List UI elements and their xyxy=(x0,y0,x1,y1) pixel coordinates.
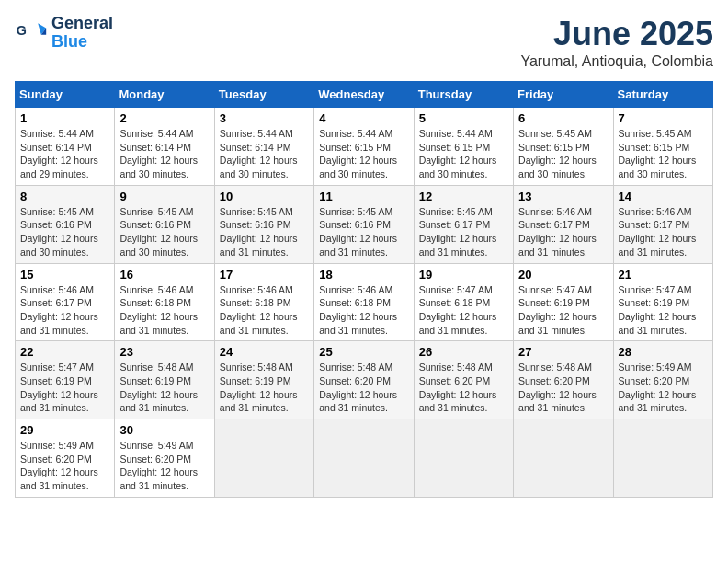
day-number: 2 xyxy=(119,111,209,125)
calendar-header-row: SundayMondayTuesdayWednesdayThursdayFrid… xyxy=(16,82,713,108)
calendar-week-row: 1 Sunrise: 5:44 AMSunset: 6:14 PMDayligh… xyxy=(16,108,713,186)
day-header-tuesday: Tuesday xyxy=(214,82,313,108)
day-number: 8 xyxy=(20,190,109,203)
page-header: G General Blue June 2025 Yarumal, Antioq… xyxy=(15,15,713,70)
day-info: Sunrise: 5:46 AMSunset: 6:17 PMDaylight:… xyxy=(20,284,98,336)
day-number: 29 xyxy=(20,423,109,437)
calendar-cell xyxy=(314,419,414,498)
day-number: 1 xyxy=(20,111,109,125)
calendar-cell: 18 Sunrise: 5:46 AMSunset: 6:18 PMDaylig… xyxy=(314,263,414,341)
day-info: Sunrise: 5:44 AMSunset: 6:15 PMDaylight:… xyxy=(319,128,397,179)
logo: G General Blue xyxy=(15,15,113,52)
day-info: Sunrise: 5:44 AMSunset: 6:14 PMDaylight:… xyxy=(119,128,198,179)
calendar-cell: 11 Sunrise: 5:45 AMSunset: 6:16 PMDaylig… xyxy=(314,185,414,263)
day-header-thursday: Thursday xyxy=(414,82,513,108)
calendar-cell: 25 Sunrise: 5:48 AMSunset: 6:20 PMDaylig… xyxy=(314,341,414,419)
day-info: Sunrise: 5:46 AMSunset: 6:18 PMDaylight:… xyxy=(119,284,198,336)
calendar-cell: 10 Sunrise: 5:45 AMSunset: 6:16 PMDaylig… xyxy=(214,185,313,263)
day-info: Sunrise: 5:45 AMSunset: 6:16 PMDaylight:… xyxy=(119,206,198,258)
day-number: 30 xyxy=(119,423,209,437)
day-number: 25 xyxy=(319,345,408,359)
day-number: 9 xyxy=(119,190,209,203)
calendar-cell: 26 Sunrise: 5:48 AMSunset: 6:20 PMDaylig… xyxy=(414,341,513,419)
calendar-cell: 17 Sunrise: 5:46 AMSunset: 6:18 PMDaylig… xyxy=(214,263,313,341)
calendar-week-row: 29 Sunrise: 5:49 AMSunset: 6:20 PMDaylig… xyxy=(16,419,713,498)
day-info: Sunrise: 5:44 AMSunset: 6:15 PMDaylight:… xyxy=(419,128,497,179)
day-number: 16 xyxy=(119,268,209,282)
day-header-monday: Monday xyxy=(115,82,214,108)
day-number: 21 xyxy=(619,268,708,282)
day-number: 28 xyxy=(619,345,708,359)
day-info: Sunrise: 5:45 AMSunset: 6:15 PMDaylight:… xyxy=(518,128,597,179)
day-number: 27 xyxy=(518,345,608,359)
day-info: Sunrise: 5:47 AMSunset: 6:19 PMDaylight:… xyxy=(20,362,98,413)
calendar-cell: 6 Sunrise: 5:45 AMSunset: 6:15 PMDayligh… xyxy=(514,108,613,186)
calendar-cell: 16 Sunrise: 5:46 AMSunset: 6:18 PMDaylig… xyxy=(115,263,214,341)
day-header-saturday: Saturday xyxy=(613,82,712,108)
day-number: 7 xyxy=(619,111,708,125)
calendar-cell: 22 Sunrise: 5:47 AMSunset: 6:19 PMDaylig… xyxy=(16,341,115,419)
calendar-cell xyxy=(414,419,513,498)
day-number: 17 xyxy=(220,268,309,282)
logo-text: General Blue xyxy=(51,15,113,52)
calendar-cell: 4 Sunrise: 5:44 AMSunset: 6:15 PMDayligh… xyxy=(314,108,414,186)
title-area: June 2025 Yarumal, Antioquia, Colombia xyxy=(520,15,713,70)
calendar-cell: 5 Sunrise: 5:44 AMSunset: 6:15 PMDayligh… xyxy=(414,108,513,186)
day-header-wednesday: Wednesday xyxy=(314,82,414,108)
calendar-cell: 13 Sunrise: 5:46 AMSunset: 6:17 PMDaylig… xyxy=(514,185,613,263)
day-info: Sunrise: 5:46 AMSunset: 6:17 PMDaylight:… xyxy=(619,206,697,258)
calendar-cell: 3 Sunrise: 5:44 AMSunset: 6:14 PMDayligh… xyxy=(214,108,313,186)
day-number: 18 xyxy=(319,268,408,282)
logo-line1: General xyxy=(51,15,113,33)
day-info: Sunrise: 5:47 AMSunset: 6:19 PMDaylight:… xyxy=(619,284,697,336)
calendar-cell xyxy=(214,419,313,498)
calendar-cell xyxy=(514,419,613,498)
day-info: Sunrise: 5:45 AMSunset: 6:16 PMDaylight:… xyxy=(319,206,397,258)
location: Yarumal, Antioquia, Colombia xyxy=(520,53,713,70)
day-info: Sunrise: 5:45 AMSunset: 6:15 PMDaylight:… xyxy=(619,128,697,179)
day-info: Sunrise: 5:46 AMSunset: 6:18 PMDaylight:… xyxy=(319,284,397,336)
day-number: 22 xyxy=(20,345,109,359)
calendar-week-row: 22 Sunrise: 5:47 AMSunset: 6:19 PMDaylig… xyxy=(16,341,713,419)
day-info: Sunrise: 5:45 AMSunset: 6:17 PMDaylight:… xyxy=(419,206,497,258)
day-number: 13 xyxy=(518,190,608,203)
logo-icon: G xyxy=(15,17,48,50)
day-info: Sunrise: 5:47 AMSunset: 6:18 PMDaylight:… xyxy=(419,284,497,336)
day-number: 24 xyxy=(220,345,309,359)
calendar-cell: 28 Sunrise: 5:49 AMSunset: 6:20 PMDaylig… xyxy=(613,341,712,419)
day-number: 26 xyxy=(419,345,508,359)
calendar-cell: 24 Sunrise: 5:48 AMSunset: 6:19 PMDaylig… xyxy=(214,341,313,419)
logo-line2: Blue xyxy=(51,33,113,52)
day-number: 4 xyxy=(319,111,408,125)
day-header-sunday: Sunday xyxy=(16,82,115,108)
calendar-cell: 8 Sunrise: 5:45 AMSunset: 6:16 PMDayligh… xyxy=(16,185,115,263)
calendar-cell: 12 Sunrise: 5:45 AMSunset: 6:17 PMDaylig… xyxy=(414,185,513,263)
day-number: 15 xyxy=(20,268,109,282)
day-info: Sunrise: 5:49 AMSunset: 6:20 PMDaylight:… xyxy=(20,440,98,491)
calendar-cell: 15 Sunrise: 5:46 AMSunset: 6:17 PMDaylig… xyxy=(16,263,115,341)
calendar-cell: 20 Sunrise: 5:47 AMSunset: 6:19 PMDaylig… xyxy=(514,263,613,341)
day-number: 14 xyxy=(619,190,708,203)
calendar-cell: 27 Sunrise: 5:48 AMSunset: 6:20 PMDaylig… xyxy=(514,341,613,419)
calendar-cell xyxy=(613,419,712,498)
day-info: Sunrise: 5:48 AMSunset: 6:20 PMDaylight:… xyxy=(419,362,497,413)
calendar-cell: 1 Sunrise: 5:44 AMSunset: 6:14 PMDayligh… xyxy=(16,108,115,186)
day-number: 12 xyxy=(419,190,508,203)
calendar-table: SundayMondayTuesdayWednesdayThursdayFrid… xyxy=(15,81,713,498)
day-info: Sunrise: 5:48 AMSunset: 6:19 PMDaylight:… xyxy=(220,362,298,413)
calendar-cell: 2 Sunrise: 5:44 AMSunset: 6:14 PMDayligh… xyxy=(115,108,214,186)
day-number: 20 xyxy=(518,268,608,282)
calendar-cell: 30 Sunrise: 5:49 AMSunset: 6:20 PMDaylig… xyxy=(115,419,214,498)
day-info: Sunrise: 5:48 AMSunset: 6:20 PMDaylight:… xyxy=(518,362,597,413)
day-info: Sunrise: 5:49 AMSunset: 6:20 PMDaylight:… xyxy=(619,362,697,413)
day-info: Sunrise: 5:46 AMSunset: 6:18 PMDaylight:… xyxy=(220,284,298,336)
day-info: Sunrise: 5:48 AMSunset: 6:20 PMDaylight:… xyxy=(319,362,397,413)
calendar-week-row: 8 Sunrise: 5:45 AMSunset: 6:16 PMDayligh… xyxy=(16,185,713,263)
day-number: 11 xyxy=(319,190,408,203)
day-number: 10 xyxy=(220,190,309,203)
svg-text:G: G xyxy=(17,23,27,38)
calendar-cell: 7 Sunrise: 5:45 AMSunset: 6:15 PMDayligh… xyxy=(613,108,712,186)
month-title: June 2025 xyxy=(520,15,713,53)
day-info: Sunrise: 5:44 AMSunset: 6:14 PMDaylight:… xyxy=(20,128,98,179)
day-header-friday: Friday xyxy=(514,82,613,108)
